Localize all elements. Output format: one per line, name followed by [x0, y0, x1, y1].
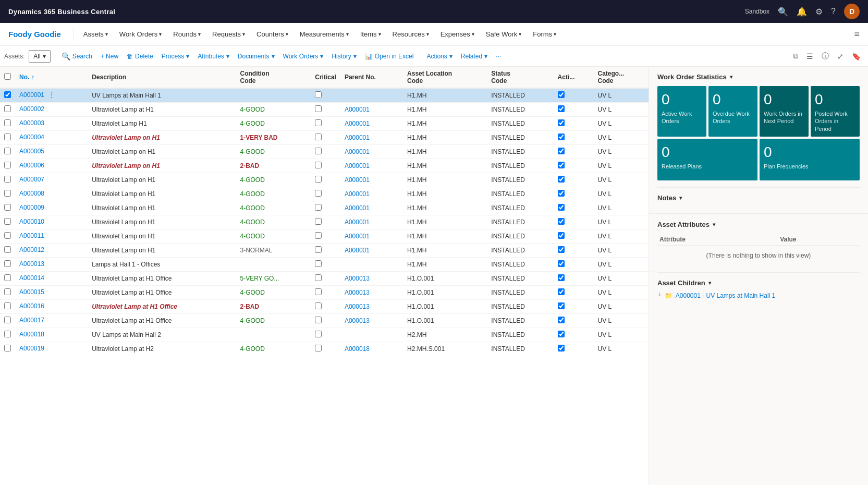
asset-number-link[interactable]: A000011 [19, 232, 44, 239]
nav-forms[interactable]: Forms ▾ [528, 27, 561, 41]
cell-critical[interactable] [311, 145, 340, 159]
row-checkbox[interactable] [0, 201, 15, 215]
cell-parent-no[interactable]: A000001 [340, 159, 403, 173]
cell-acti[interactable] [554, 328, 594, 342]
cell-no[interactable]: A000014 [15, 272, 88, 284]
asset-number-link[interactable]: A000016 [19, 302, 44, 310]
cell-no[interactable]: A000005 [15, 145, 88, 157]
cell-no[interactable]: A000010 [15, 215, 88, 228]
info-icon[interactable]: ⓘ [818, 50, 832, 63]
actions-button[interactable]: Actions ▾ [422, 51, 456, 62]
col-condition[interactable]: ConditionCode [236, 67, 311, 88]
row-checkbox[interactable] [0, 314, 15, 328]
table-row[interactable]: A000003Ultraviolet Lamp H14-GOODA000001H… [0, 117, 649, 131]
cell-parent-no[interactable]: A000001 [340, 173, 403, 187]
table-row[interactable]: A000005Ultraviolet Lamp on H14-GOODA0000… [0, 145, 649, 159]
row-checkbox[interactable] [0, 187, 15, 201]
asset-number-link[interactable]: A000013 [19, 260, 44, 268]
row-checkbox[interactable] [0, 173, 15, 187]
table-row[interactable]: A000010Ultraviolet Lamp on H14-GOODA0000… [0, 215, 649, 229]
work-order-stats-header[interactable]: Work Order Statistics ▾ [657, 73, 860, 81]
row-checkbox[interactable] [0, 117, 15, 131]
cell-no[interactable]: A000018 [15, 328, 88, 341]
table-row[interactable]: A000006Ultraviolet Lamp on H12-BADA00000… [0, 159, 649, 173]
cell-no[interactable]: A000007 [15, 173, 88, 186]
row-context-menu-icon[interactable]: ⋮ [46, 91, 57, 99]
documents-button[interactable]: Documents ▾ [234, 51, 279, 62]
asset-children-header[interactable]: Asset Children ▾ [657, 279, 860, 287]
cell-acti[interactable] [554, 314, 594, 328]
cell-parent-no[interactable]: A000013 [340, 314, 403, 328]
cell-description[interactable]: Ultraviolet Lamp at H1 Office [88, 300, 236, 314]
asset-number-link[interactable]: A000002 [19, 105, 44, 113]
asset-number-link[interactable]: A000004 [19, 134, 44, 141]
row-checkbox[interactable] [0, 103, 15, 117]
cell-no[interactable]: A000012 [15, 244, 88, 256]
cell-acti[interactable] [554, 286, 594, 300]
delete-button[interactable]: 🗑 Delete [123, 51, 157, 62]
cell-no[interactable]: A000004 [15, 131, 88, 143]
row-checkbox[interactable] [0, 244, 15, 258]
col-no[interactable]: No. ↑ [15, 67, 88, 88]
row-checkbox[interactable] [0, 215, 15, 229]
cell-critical[interactable] [311, 103, 340, 117]
cell-no[interactable]: A000001⋮ [15, 89, 88, 101]
hamburger-icon[interactable]: ≡ [854, 29, 860, 40]
asset-number-link[interactable]: A000012 [19, 246, 44, 253]
user-avatar[interactable]: D [844, 4, 860, 19]
nav-items[interactable]: Items ▾ [355, 27, 386, 41]
cell-acti[interactable] [554, 244, 594, 258]
open-excel-button[interactable]: 📊 Open in Excel [361, 51, 418, 62]
stat-wo-next-period[interactable]: 0 Work Orders in Next Period [760, 86, 809, 137]
process-button[interactable]: Process ▾ [157, 51, 193, 62]
nav-workorders[interactable]: Work Orders ▾ [114, 27, 167, 41]
table-row[interactable]: A000015Ultraviolet Lamp at H1 Office4-GO… [0, 286, 649, 300]
asset-number-link[interactable]: A000015 [19, 288, 44, 296]
nav-safework[interactable]: Safe Work ▾ [481, 27, 527, 41]
cell-acti[interactable] [554, 215, 594, 229]
attributes-button[interactable]: Attributes ▾ [193, 51, 234, 62]
cell-no[interactable]: A000003 [15, 117, 88, 129]
cell-description[interactable]: Ultraviolet Lamp on H1 [88, 159, 236, 173]
cell-acti[interactable] [554, 201, 594, 215]
table-row[interactable]: A000013Lamps at Hall 1 - OfficesH1.MHINS… [0, 258, 649, 272]
col-status[interactable]: StatusCode [487, 67, 553, 88]
cell-no[interactable]: A000002 [15, 103, 88, 115]
row-checkbox[interactable] [0, 272, 15, 286]
cell-critical[interactable] [311, 328, 340, 342]
select-all-header[interactable] [0, 67, 15, 88]
cell-description[interactable]: Ultraviolet Lamp on H1 [88, 131, 236, 145]
asset-number-link[interactable]: A000009 [19, 204, 44, 211]
children-item[interactable]: └ 📁 A000001 - UV Lamps at Main Hall 1 [657, 292, 860, 299]
cell-acti[interactable] [554, 117, 594, 131]
help-icon[interactable]: ? [831, 7, 836, 16]
table-row[interactable]: A000004Ultraviolet Lamp on H11-VERY BADA… [0, 131, 649, 145]
cell-critical[interactable] [311, 215, 340, 229]
col-critical[interactable]: Critical [311, 67, 340, 88]
cell-no[interactable]: A000019 [15, 342, 88, 355]
row-checkbox[interactable] [0, 145, 15, 159]
search-button[interactable]: 🔍 Search [57, 50, 96, 63]
table-row[interactable]: A000009Ultraviolet Lamp on H14-GOODA0000… [0, 201, 649, 215]
nav-requests[interactable]: Requests ▾ [207, 27, 250, 41]
cell-parent-no[interactable]: A000001 [340, 145, 403, 159]
nav-resources[interactable]: Resources ▾ [387, 27, 434, 41]
cell-acti[interactable] [554, 258, 594, 272]
cell-critical[interactable] [311, 159, 340, 173]
cell-acti[interactable] [554, 173, 594, 187]
cell-no[interactable]: A000016 [15, 300, 88, 312]
row-checkbox[interactable] [0, 300, 15, 314]
cell-critical[interactable] [311, 187, 340, 201]
row-checkbox[interactable] [0, 342, 15, 356]
cell-parent-no[interactable]: A000001 [340, 201, 403, 215]
stat-posted-wo[interactable]: 0 Posted Work Orders in Period [811, 86, 860, 137]
stat-plan-frequencies[interactable]: 0 Plan Frequencies [760, 139, 860, 180]
table-row[interactable]: A000018UV Lamps at Main Hall 2H2.MHINSTA… [0, 328, 649, 342]
nav-assets[interactable]: Assets ▾ [78, 27, 113, 41]
history-button[interactable]: History ▾ [327, 51, 360, 62]
cell-acti[interactable] [554, 272, 594, 286]
cell-parent-no[interactable]: A000018 [340, 342, 403, 356]
col-acti[interactable]: Acti... [554, 67, 594, 88]
row-checkbox[interactable] [0, 229, 15, 244]
cell-critical[interactable] [311, 88, 340, 103]
